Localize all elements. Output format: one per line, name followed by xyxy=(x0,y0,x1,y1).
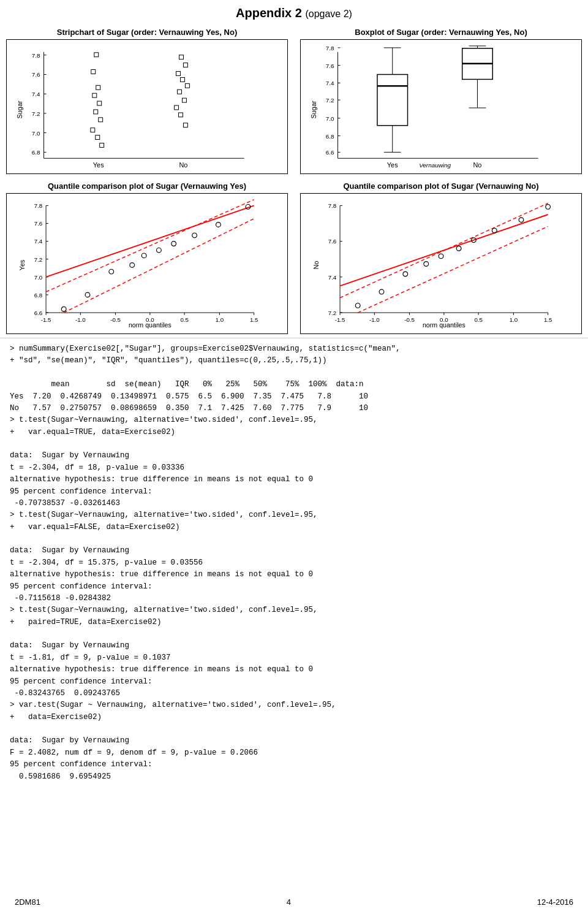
svg-rect-35 xyxy=(179,113,183,117)
svg-text:6.8: 6.8 xyxy=(34,292,42,299)
svg-text:No: No xyxy=(473,161,481,169)
svg-rect-36 xyxy=(183,123,187,128)
svg-rect-23 xyxy=(99,118,103,122)
svg-text:7.4: 7.4 xyxy=(328,274,337,281)
svg-point-144 xyxy=(379,289,384,294)
svg-line-101 xyxy=(46,205,254,276)
svg-text:Sugar: Sugar xyxy=(16,101,23,118)
qq-no-title: Quantile comparison plot of Sugar (Verna… xyxy=(300,181,582,191)
svg-text:6.6: 6.6 xyxy=(326,149,334,156)
svg-text:0.0: 0.0 xyxy=(440,316,448,323)
svg-text:7.4: 7.4 xyxy=(326,80,334,86)
svg-text:7.4: 7.4 xyxy=(34,238,43,245)
svg-rect-22 xyxy=(94,110,98,114)
svg-text:-1.0: -1.0 xyxy=(369,316,380,323)
svg-line-102 xyxy=(46,200,254,292)
stripchart-area: Sugar 6.8 7.0 7.2 7.4 7.6 7.8 xyxy=(6,39,288,174)
svg-rect-30 xyxy=(181,77,185,82)
svg-text:7.2: 7.2 xyxy=(326,97,334,104)
qq-no-container: Quantile comparison plot of Sugar (Verna… xyxy=(294,178,588,338)
boxplot-area: Sugar 6.6 6.8 7.0 7.2 7.4 7.6 7.8 xyxy=(300,39,582,174)
svg-rect-20 xyxy=(92,93,97,97)
boxplot-container: Boxplot of Sugar (order: Vernauwing Yes,… xyxy=(294,24,588,178)
svg-text:7.8: 7.8 xyxy=(32,52,40,59)
footer-center: 4 xyxy=(287,897,291,907)
svg-text:1.0: 1.0 xyxy=(216,316,224,323)
svg-rect-27 xyxy=(179,55,184,59)
svg-point-143 xyxy=(355,303,360,308)
svg-text:7.8: 7.8 xyxy=(326,45,334,51)
svg-text:-1.0: -1.0 xyxy=(75,316,86,323)
svg-text:0.5: 0.5 xyxy=(474,316,482,323)
qq-no-area: No 7.2 7.4 7.6 7.8 norm quantiles -1.5 -… xyxy=(300,193,582,334)
svg-rect-18 xyxy=(91,70,96,74)
svg-point-145 xyxy=(403,272,408,276)
svg-text:6.6: 6.6 xyxy=(34,310,42,316)
svg-rect-25 xyxy=(96,135,100,140)
svg-text:Yes: Yes xyxy=(18,260,26,270)
svg-text:6.8: 6.8 xyxy=(32,149,40,156)
qq-yes-container: Quantile comparison plot of Sugar (Verna… xyxy=(0,178,294,338)
svg-point-151 xyxy=(519,218,524,223)
svg-point-146 xyxy=(424,262,429,267)
svg-text:Yes: Yes xyxy=(387,161,398,169)
svg-line-103 xyxy=(64,219,254,313)
svg-text:7.6: 7.6 xyxy=(326,63,334,69)
svg-text:-0.5: -0.5 xyxy=(110,316,121,323)
svg-text:1.0: 1.0 xyxy=(510,316,518,323)
svg-text:7.6: 7.6 xyxy=(32,71,40,78)
svg-text:Yes: Yes xyxy=(93,161,104,169)
svg-point-152 xyxy=(546,204,551,209)
svg-text:No: No xyxy=(179,161,187,169)
svg-rect-17 xyxy=(94,53,99,57)
svg-text:7.2: 7.2 xyxy=(34,256,42,263)
page-title: Appendix 2 (opgave 2) xyxy=(0,0,588,24)
svg-text:No: No xyxy=(312,261,320,270)
svg-text:-1.5: -1.5 xyxy=(41,316,51,323)
svg-text:7.0: 7.0 xyxy=(326,115,334,122)
qq-yes-area: Yes 6.6 6.8 7.0 7.2 7.4 7.6 7.8 xyxy=(6,193,288,334)
svg-text:7.8: 7.8 xyxy=(34,202,42,209)
svg-rect-24 xyxy=(91,128,95,132)
svg-point-110 xyxy=(172,242,176,246)
stripchart-title: Stripchart of Sugar (order: Vernauwing Y… xyxy=(6,28,288,37)
svg-text:7.6: 7.6 xyxy=(328,238,336,245)
svg-point-109 xyxy=(157,248,162,253)
svg-rect-28 xyxy=(183,63,187,67)
qq-yes-title: Quantile comparison plot of Sugar (Verna… xyxy=(6,181,288,191)
svg-point-104 xyxy=(61,307,66,311)
svg-text:-1.5: -1.5 xyxy=(335,316,345,323)
svg-point-148 xyxy=(456,246,461,251)
svg-text:7.0: 7.0 xyxy=(34,274,43,281)
svg-rect-29 xyxy=(176,72,181,76)
svg-point-147 xyxy=(439,254,443,259)
svg-text:7.4: 7.4 xyxy=(32,91,40,97)
svg-point-108 xyxy=(141,253,146,258)
svg-text:7.6: 7.6 xyxy=(34,220,42,227)
footer-right: 12-4-2016 xyxy=(537,897,573,907)
svg-text:1.5: 1.5 xyxy=(544,316,552,323)
boxplot-title: Boxplot of Sugar (order: Vernauwing Yes,… xyxy=(300,28,582,37)
svg-text:-0.5: -0.5 xyxy=(404,316,415,323)
code-output: > numSummary(Exercise02[,"Sugar"], group… xyxy=(0,338,588,788)
footer: 2DM81 4 12-4-2016 xyxy=(0,897,588,907)
svg-text:6.8: 6.8 xyxy=(326,133,334,140)
svg-text:0.5: 0.5 xyxy=(180,316,188,323)
svg-text:Sugar: Sugar xyxy=(310,101,317,118)
svg-text:7.8: 7.8 xyxy=(328,202,336,209)
svg-line-141 xyxy=(340,204,548,298)
svg-rect-21 xyxy=(97,101,102,105)
svg-rect-34 xyxy=(175,105,179,110)
svg-text:7.2: 7.2 xyxy=(328,310,336,316)
svg-point-112 xyxy=(216,223,221,227)
svg-point-105 xyxy=(85,292,90,297)
svg-text:1.5: 1.5 xyxy=(250,316,258,323)
footer-left: 2DM81 xyxy=(15,897,40,907)
svg-rect-57 xyxy=(377,74,408,125)
svg-rect-19 xyxy=(96,85,100,89)
svg-rect-33 xyxy=(182,98,186,102)
stripchart-container: Stripchart of Sugar (order: Vernauwing Y… xyxy=(0,24,294,178)
svg-point-106 xyxy=(109,269,114,274)
svg-point-111 xyxy=(192,233,197,238)
svg-text:7.0: 7.0 xyxy=(32,130,40,137)
